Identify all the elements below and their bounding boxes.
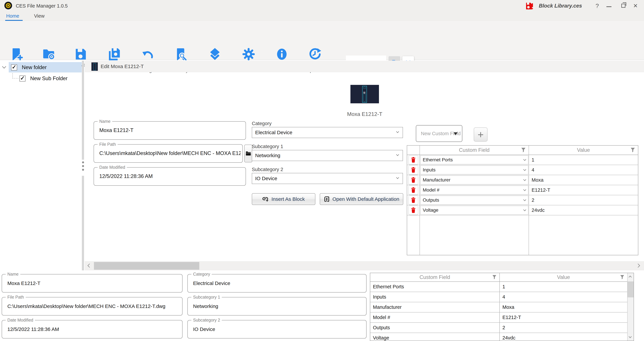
name-field-value[interactable]: Moxa E1212-T xyxy=(99,127,244,133)
table-row xyxy=(407,175,420,185)
splitter-grip-dot xyxy=(82,169,84,171)
delete-row-button[interactable] xyxy=(409,155,418,164)
subcategory1-label: Subcategory 1 xyxy=(252,144,283,149)
menu-bar: Home View xyxy=(0,12,644,21)
horizontal-scrollbar-thumb[interactable] xyxy=(94,262,199,270)
date-modified-field-label: Date Modified xyxy=(98,165,127,170)
filter-icon[interactable] xyxy=(630,148,635,153)
category-select[interactable]: Electrical Device xyxy=(252,127,403,138)
tab-view[interactable]: View xyxy=(34,12,44,21)
chevron-down-icon xyxy=(396,153,399,156)
file-path-field-value[interactable]: C:\Users\mkata\Desktop\New folder\MECH E… xyxy=(99,150,241,156)
date-modified-field[interactable]: Date Modified 12/5/2022 11:28:36 AM xyxy=(94,167,246,186)
thumbnail-drawing xyxy=(94,63,96,70)
field-dropdown[interactable]: Inputs xyxy=(420,166,528,174)
custom-field-cell: Outputs xyxy=(420,195,528,205)
bottom-category-field: Category Electrical Device xyxy=(188,274,366,292)
subcategory2-label: Subcategory 2 xyxy=(252,167,283,172)
bottom-subcategory1-value: Networking xyxy=(193,304,364,309)
trash-icon xyxy=(411,207,416,213)
browse-file-button[interactable] xyxy=(244,144,252,162)
maximize-button[interactable] xyxy=(618,0,628,12)
maximize-icon xyxy=(621,4,626,8)
filter-icon[interactable] xyxy=(620,275,624,280)
trash-icon xyxy=(411,177,416,183)
field-dropdown[interactable]: Ethernet Ports xyxy=(420,156,528,164)
close-button[interactable]: ✕ xyxy=(632,0,639,12)
vertical-scrollbar[interactable] xyxy=(627,273,634,341)
tree-root-checkbox[interactable] xyxy=(11,64,17,70)
bottom-subcategory1-label: Subcategory 1 xyxy=(192,294,222,300)
help-button[interactable]: ? xyxy=(594,0,601,12)
delete-row-button[interactable] xyxy=(409,176,418,184)
splitter-grip-dot xyxy=(82,165,84,167)
insert-as-block-button[interactable]: Insert As Block xyxy=(252,193,315,205)
chevron-down-icon xyxy=(524,168,526,171)
value-cell[interactable]: Moxa xyxy=(528,175,638,185)
custom-field-cell: Voltage xyxy=(420,205,528,215)
tab-home[interactable]: Home xyxy=(6,12,19,21)
delete-row-button[interactable] xyxy=(409,186,418,194)
scroll-left-icon[interactable] xyxy=(88,264,92,268)
value-cell[interactable]: 1 xyxy=(528,155,638,165)
delete-row-button[interactable] xyxy=(409,196,418,205)
bottom-field-cell: Model # xyxy=(370,312,500,323)
field-dropdown[interactable]: Voltage xyxy=(420,206,528,214)
trash-icon xyxy=(411,157,416,163)
bottom-value-cell: 1 xyxy=(500,282,627,292)
document-tab-thumbnail[interactable] xyxy=(92,62,98,71)
active-tab-underline xyxy=(5,20,23,21)
add-custom-field-button[interactable]: + xyxy=(474,128,488,142)
new-custom-field-combo[interactable]: New Custom Field xyxy=(416,125,462,142)
bottom-value-cell: 4 xyxy=(500,292,627,302)
tree-item-new-sub-folder[interactable]: New Sub Folder xyxy=(30,76,68,82)
subcategory2-select[interactable]: IO Device xyxy=(252,173,403,184)
bottom-value-column-header: Value xyxy=(500,273,627,282)
tree-item-new-folder[interactable]: New folder xyxy=(22,64,47,70)
value-cell[interactable]: 4 xyxy=(528,165,638,175)
dropdown-arrow-icon xyxy=(454,132,458,135)
filter-icon[interactable] xyxy=(492,275,497,280)
custom-field-cell: Inputs xyxy=(420,165,528,175)
table-row xyxy=(407,185,420,195)
name-field[interactable]: Name Moxa E1212-T xyxy=(94,121,246,140)
scroll-right-icon[interactable] xyxy=(636,264,640,268)
categories-fields-icon xyxy=(208,48,222,61)
document-tab-label[interactable]: Edit Moxa E1212-T xyxy=(101,61,144,72)
delete-row-button[interactable] xyxy=(409,166,418,174)
field-dropdown[interactable]: Manufacturer xyxy=(420,176,528,184)
value-cell[interactable]: 24vdc xyxy=(528,205,638,215)
subcategory1-select[interactable]: Networking xyxy=(252,150,403,161)
date-modified-field-value[interactable]: 12/5/2022 11:28:36 AM xyxy=(99,173,244,179)
delete-row-button[interactable] xyxy=(409,206,418,215)
bottom-custom-fields-table: Custom Field Value Ethernet Ports 1 Inpu… xyxy=(370,273,634,341)
panel-splitter[interactable] xyxy=(82,176,84,270)
new-library-icon xyxy=(10,48,24,61)
chevron-down-icon xyxy=(396,176,399,179)
file-path-field[interactable]: File Path C:\Users\mkata\Desktop\New fol… xyxy=(94,144,243,163)
scroll-up-icon[interactable] xyxy=(628,276,632,278)
document-tab-bar: Edit Moxa E1212-T xyxy=(85,61,644,72)
bottom-subcategory2-field: Subcategory 2 IO Device xyxy=(188,320,366,338)
tree-expander-icon[interactable] xyxy=(2,64,6,68)
minimize-button[interactable] xyxy=(604,0,614,12)
value-cell[interactable]: 2 xyxy=(528,195,638,205)
panel-splitter[interactable] xyxy=(82,61,84,160)
bottom-field-cell: Ethernet Ports xyxy=(370,282,500,292)
field-dropdown[interactable]: Model # xyxy=(420,186,528,194)
open-with-default-application-button[interactable]: Open With Default Application xyxy=(320,193,403,205)
tree-connector xyxy=(12,73,18,78)
unsaved-indicator-icon xyxy=(526,2,533,10)
subcategory1-select-value: Networking xyxy=(255,153,280,158)
table-row xyxy=(407,155,420,165)
bottom-name-value: Moxa E1212-T xyxy=(8,280,180,286)
vertical-scrollbar-thumb[interactable] xyxy=(628,282,634,298)
value-cell[interactable]: E1212-T xyxy=(528,185,638,195)
scroll-down-icon[interactable] xyxy=(628,335,632,338)
bottom-subcategory1-field: Subcategory 1 Networking xyxy=(188,297,366,316)
block-preview-image xyxy=(350,85,379,103)
field-dropdown[interactable]: Outputs xyxy=(420,196,528,204)
filter-icon[interactable] xyxy=(521,148,526,153)
tree-child-checkbox[interactable] xyxy=(20,76,26,82)
insert-as-block-label: Insert As Block xyxy=(272,196,305,202)
